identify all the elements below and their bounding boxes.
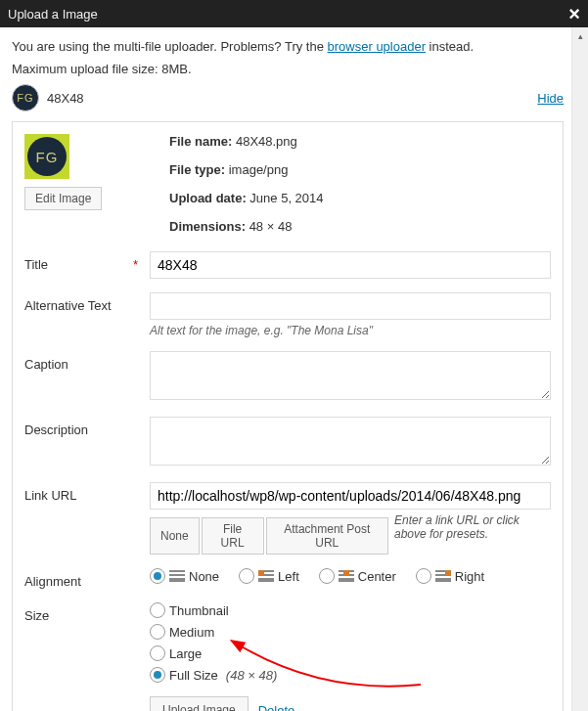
- size-label: Size: [24, 602, 150, 683]
- row-caption: Caption: [24, 351, 551, 403]
- thumbnail-icon: FG: [27, 137, 67, 176]
- intro-suffix: instead.: [426, 39, 474, 54]
- radio-icon: [150, 568, 165, 584]
- vertical-scrollbar[interactable]: ▴ ▾: [571, 27, 588, 711]
- meta-dimensions: Dimensions: 48 × 48: [169, 219, 324, 234]
- url-post-button[interactable]: Attachment Post URL: [266, 517, 388, 555]
- max-upload-size: Maximum upload file size: 8MB.: [12, 62, 564, 76]
- alt-label: Alternative Text: [24, 292, 150, 337]
- description-textarea[interactable]: [150, 417, 551, 466]
- radio-icon: [416, 568, 431, 584]
- attachment-details-panel: FG Edit Image File name: 48X48.png File …: [12, 121, 564, 711]
- dialog-titlebar: Upload a Image ×: [0, 0, 588, 27]
- hide-details-link[interactable]: Hide: [537, 91, 564, 106]
- align-none-icon: [169, 570, 185, 582]
- alt-hint: Alt text for the image, e.g. "The Mona L…: [150, 324, 551, 337]
- row-description: Description: [24, 417, 551, 468]
- meta-column: File name: 48X48.png File type: image/pn…: [169, 134, 324, 234]
- uploaded-item-name: 48X48: [47, 91, 84, 106]
- meta-uploaddate: Upload date: June 5, 2014: [169, 191, 324, 205]
- size-medium-radio[interactable]: Medium: [150, 624, 551, 640]
- align-left-icon: [258, 570, 274, 582]
- url-hint: Enter a link URL or click above for pres…: [394, 513, 551, 541]
- url-preset-buttons: None File URL Attachment Post URL: [150, 517, 390, 555]
- url-none-button[interactable]: None: [150, 517, 200, 555]
- meta-filename: File name: 48X48.png: [169, 134, 324, 149]
- thumbnail-column: FG Edit Image: [24, 134, 150, 234]
- row-alignment: Alignment None Left Center Right: [24, 568, 551, 589]
- url-file-button[interactable]: File URL: [202, 517, 264, 555]
- description-label: Description: [24, 417, 150, 468]
- alignment-label: Alignment: [24, 568, 150, 589]
- row-title: Title*: [24, 251, 551, 279]
- intro-text: You are using the multi-file uploader. P…: [12, 39, 564, 54]
- actions-row: Upload Image Delete: [150, 696, 551, 711]
- upload-image-button[interactable]: Upload Image: [150, 696, 249, 711]
- edit-image-button[interactable]: Edit Image: [24, 187, 102, 210]
- radio-icon: [150, 624, 165, 640]
- size-thumbnail-radio[interactable]: Thumbnail: [150, 602, 551, 618]
- dialog-title: Upload a Image: [8, 7, 98, 22]
- thumbnail-small-icon: FG: [12, 84, 39, 111]
- radio-icon: [239, 568, 254, 584]
- row-link-url: Link URL None File URL Attachment Post U…: [24, 482, 551, 555]
- radio-icon: [150, 602, 165, 618]
- delete-link[interactable]: Delete: [258, 703, 295, 712]
- size-large-radio[interactable]: Large: [150, 645, 551, 661]
- browser-uploader-link[interactable]: browser uploader: [328, 39, 426, 54]
- scroll-up-icon[interactable]: ▴: [572, 27, 588, 44]
- uploaded-item-left: FG 48X48: [12, 84, 84, 111]
- title-input[interactable]: [150, 251, 551, 279]
- align-left-radio[interactable]: Left: [239, 568, 299, 584]
- intro-prefix: You are using the multi-file uploader. P…: [12, 39, 328, 54]
- top-details: FG Edit Image File name: 48X48.png File …: [24, 134, 551, 234]
- caption-label: Caption: [24, 351, 150, 403]
- align-center-icon: [339, 570, 354, 582]
- row-alt-text: Alternative Text Alt text for the image,…: [24, 292, 551, 337]
- link-url-label: Link URL: [24, 482, 150, 555]
- row-size: Size Thumbnail Medium Large Full Size(48…: [24, 602, 551, 683]
- caption-textarea[interactable]: [150, 351, 551, 400]
- align-center-radio[interactable]: Center: [319, 568, 396, 584]
- thumbnail-preview: FG: [24, 134, 69, 179]
- alt-text-input[interactable]: [150, 292, 551, 320]
- title-label: Title*: [24, 251, 150, 279]
- align-none-radio[interactable]: None: [150, 568, 219, 584]
- meta-filetype: File type: image/png: [169, 162, 324, 177]
- align-right-icon: [435, 570, 451, 582]
- radio-icon: [319, 568, 335, 584]
- size-full-radio[interactable]: Full Size(48 × 48): [150, 667, 551, 683]
- alignment-radio-group: None Left Center Right: [150, 568, 551, 584]
- close-icon[interactable]: ×: [568, 4, 580, 23]
- align-right-radio[interactable]: Right: [416, 568, 484, 584]
- link-url-input[interactable]: [150, 482, 551, 510]
- size-radio-group: Thumbnail Medium Large Full Size(48 × 48…: [150, 602, 551, 683]
- scrollbar-track[interactable]: [572, 44, 588, 711]
- radio-icon: [150, 667, 165, 683]
- radio-icon: [150, 645, 165, 661]
- dialog-content: You are using the multi-file uploader. P…: [0, 27, 571, 711]
- uploaded-item-row: FG 48X48 Hide: [12, 84, 564, 111]
